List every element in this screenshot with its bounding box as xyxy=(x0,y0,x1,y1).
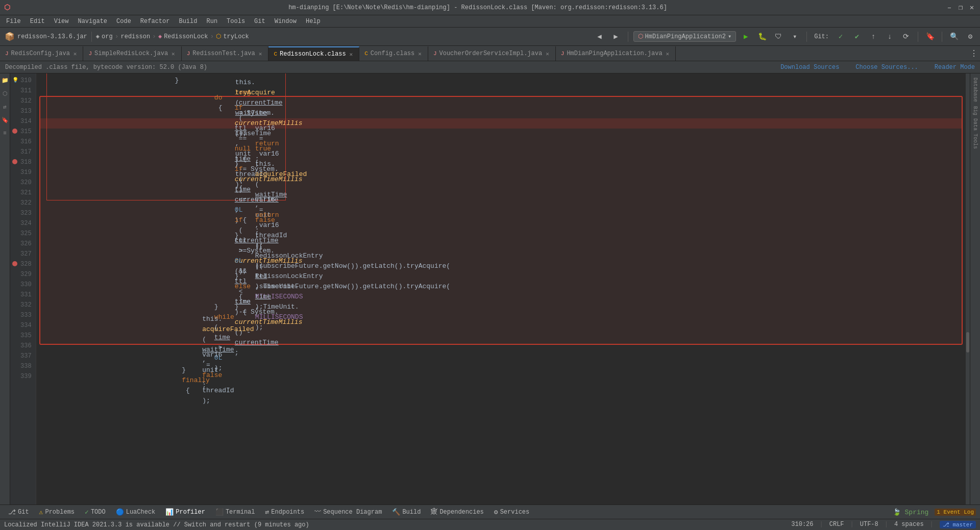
download-sources-link[interactable]: Download Sources xyxy=(780,64,839,71)
project-icon[interactable]: 📦 xyxy=(3,30,16,43)
app-icon: ⬡ xyxy=(4,3,10,12)
sidebar-project-icon[interactable]: 📁 xyxy=(1,75,10,85)
menu-run[interactable]: Run xyxy=(202,17,222,26)
menu-view[interactable]: View xyxy=(50,17,73,26)
title-bar-right[interactable]: – ❐ ✕ xyxy=(945,4,976,12)
sidebar-pullrequest-icon[interactable]: ⇄ xyxy=(1,102,10,111)
git-accept-button[interactable]: ✔ xyxy=(850,30,864,43)
git-update-button[interactable]: ↓ xyxy=(883,30,896,43)
forward-button[interactable]: ▶ xyxy=(609,30,623,43)
run-config-dropdown[interactable]: ⬡ HmDianPingApplication2 ▾ xyxy=(633,31,737,42)
menu-file[interactable]: File xyxy=(2,17,25,26)
tab-close-redissonlock[interactable]: ✕ xyxy=(349,51,354,58)
tab-more-button[interactable]: ⋮ xyxy=(968,46,980,61)
tab-hmdianping[interactable]: J HmDianPingApplication.java ✕ xyxy=(556,46,676,61)
git-check-button[interactable]: ✓ xyxy=(834,30,847,43)
menu-build[interactable]: Build xyxy=(175,17,201,26)
line-ending[interactable]: CRLF xyxy=(829,521,844,528)
problems-label: Problems xyxy=(45,509,75,516)
sequence-label: Sequence Diagram xyxy=(323,509,382,516)
tab-close-redisconfig[interactable]: ✕ xyxy=(72,51,78,57)
editor-scrollbar[interactable] xyxy=(966,73,970,504)
decompile-text: Decompiled .class file, bytecode version… xyxy=(5,64,207,71)
git-push-button[interactable]: ↑ xyxy=(867,30,880,43)
menu-edit[interactable]: Edit xyxy=(26,17,49,26)
dependencies-tool-item[interactable]: 🕸 Dependencies xyxy=(427,507,487,517)
encoding[interactable]: UTF-8 xyxy=(860,521,878,528)
profiler-tool-item[interactable]: 📊 Profiler xyxy=(161,507,209,517)
indent-info[interactable]: 4 spaces xyxy=(894,521,924,528)
build-icon: 🔨 xyxy=(392,508,400,516)
database-label[interactable]: Database xyxy=(972,75,978,104)
choose-sources-link[interactable]: Choose Sources... xyxy=(855,64,918,71)
line-num-315: 315 xyxy=(10,127,36,137)
search-button[interactable]: 🔍 xyxy=(947,30,961,43)
git-icon: ⎇ xyxy=(8,508,16,516)
profiler-icon: 📊 xyxy=(165,508,174,516)
tab-simpleRedisLock[interactable]: J SimpleRedisLock.java ✕ xyxy=(83,46,181,61)
tab-voucherorder[interactable]: J VoucherOrderServiceImpl.java ✕ xyxy=(428,46,556,61)
git-more-button[interactable]: ⟳ xyxy=(899,30,913,43)
line-num-334: 334 xyxy=(10,320,36,331)
build-label: Build xyxy=(402,509,421,516)
toolbar-separator-3 xyxy=(806,32,807,42)
tab-redissontest[interactable]: J RedissonTest.java ✕ xyxy=(182,46,269,61)
settings-button[interactable]: ⚙ xyxy=(964,30,977,43)
scroll-thumb[interactable] xyxy=(966,332,969,352)
line-num-313: 313 xyxy=(10,106,36,116)
event-log-badge[interactable]: 1 Event Log xyxy=(935,509,976,516)
menu-git[interactable]: Git xyxy=(250,17,270,26)
services-tool-item[interactable]: ⚙ Services xyxy=(490,507,533,517)
tab-config-class[interactable]: C Config.class ✕ xyxy=(359,46,428,61)
bookmark-button[interactable]: 🔖 xyxy=(923,30,937,43)
terminal-tool-item[interactable]: ⬛ Terminal xyxy=(211,507,259,517)
endpoints-label: Endpoints xyxy=(271,509,304,516)
run-button[interactable]: ▶ xyxy=(739,30,752,43)
bigdata-tools-label[interactable]: Big Data Tools xyxy=(972,104,978,151)
endpoints-tool-item[interactable]: ⇄ Endpoints xyxy=(261,507,309,517)
todo-label: TODO xyxy=(91,509,106,516)
title-bar-left: ⬡ xyxy=(4,3,10,12)
tab-close-simpleRedisLock[interactable]: ✕ xyxy=(170,51,176,57)
tab-close-config[interactable]: ✕ xyxy=(417,51,423,57)
todo-tool-item[interactable]: ✓ TODO xyxy=(81,507,110,517)
problems-tool-item[interactable]: ⚠ Problems xyxy=(35,507,79,517)
profiler-label: Profiler xyxy=(176,509,205,516)
close-button[interactable]: ✕ xyxy=(968,4,976,12)
back-button[interactable]: ◀ xyxy=(593,30,606,43)
decompile-actions: Download Sources Choose Sources... Reade… xyxy=(780,64,975,71)
tab-redisconfig[interactable]: J RedisConfig.java ✕ xyxy=(0,46,83,61)
sidebar-commit-icon[interactable]: ⬡ xyxy=(1,89,10,98)
build-tool-item[interactable]: 🔨 Build xyxy=(388,507,425,517)
menu-refactor[interactable]: Refactor xyxy=(136,17,174,26)
more-run-button[interactable]: ▾ xyxy=(788,30,801,43)
minimize-button[interactable]: – xyxy=(945,4,953,12)
tab-close-voucherorder[interactable]: ✕ xyxy=(545,51,550,57)
code-editor[interactable]: 💡 310 311 312 313 314 315 316 317 318 31… xyxy=(10,73,970,504)
menu-tools[interactable]: Tools xyxy=(223,17,249,26)
title-bar-center: hm-dianping [E:\Note\Note\Redis\hm-dianp… xyxy=(288,4,667,11)
menu-navigate[interactable]: Navigate xyxy=(74,17,111,26)
coverage-button[interactable]: 🛡 xyxy=(772,30,785,43)
tab-icon-simpleRedisLock: J xyxy=(88,51,92,57)
maximize-button[interactable]: ❐ xyxy=(957,4,965,12)
code-line-339: } finally { xyxy=(36,375,966,386)
toolbar: 📦 redisson-3.13.6.jar ◈ org › redisson ›… xyxy=(0,28,980,46)
menu-help[interactable]: Help xyxy=(302,17,325,26)
sidebar-bookmarks-icon[interactable]: 🔖 xyxy=(1,115,10,124)
debug-button[interactable]: 🐛 xyxy=(755,30,769,43)
menu-window[interactable]: Window xyxy=(271,17,301,26)
tab-redissonlock-class[interactable]: C RedissonLock.class ✕ xyxy=(268,46,359,61)
sequence-tool-item[interactable]: 〰 Sequence Diagram xyxy=(310,507,386,517)
reader-mode-link[interactable]: Reader Mode xyxy=(935,64,975,71)
luacheck-tool-item[interactable]: 🔵 LuaCheck xyxy=(112,507,160,517)
tab-close-hmdianping[interactable]: ✕ xyxy=(665,51,671,57)
tab-icon-class: C xyxy=(274,51,277,57)
menu-code[interactable]: Code xyxy=(112,17,135,26)
tab-close-redissontest[interactable]: ✕ xyxy=(258,51,263,57)
breadcrumb-org: ◈ xyxy=(96,33,100,40)
line-num-328: 328 xyxy=(10,259,36,269)
git-tool-item[interactable]: ⎇ Git xyxy=(4,507,33,517)
line-num-336: 336 xyxy=(10,341,36,351)
sidebar-structure-icon[interactable]: ≡ xyxy=(1,129,10,138)
